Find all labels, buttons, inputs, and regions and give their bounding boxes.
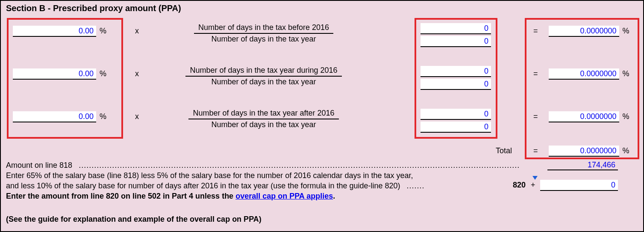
row-1-nums [421, 23, 491, 47]
line-818-value: 174,466 [547, 159, 618, 170]
row-1-numerator-input[interactable] [421, 23, 491, 34]
times-sign: x [135, 112, 139, 121]
equals-sign: = [533, 146, 538, 155]
row-1-percent-input[interactable] [13, 26, 96, 37]
row-3-denominator-input[interactable] [421, 122, 491, 133]
final-instruction-suffix: . [333, 192, 335, 200]
row-2-numerator-label: Number of days in the tax year during 20… [185, 66, 341, 77]
percent-sign: % [98, 69, 108, 78]
row-3-numerator-label: Number of days in the tax year after 201… [188, 109, 338, 119]
line-818-row: Amount on line 818 .....................… [6, 160, 519, 170]
row-1-numerator-label: Number of days in the tax before 2016 [194, 23, 333, 34]
times-sign: x [135, 69, 139, 78]
row-2-numerator-input[interactable] [421, 66, 491, 77]
total-result: = % [533, 146, 631, 157]
times-sign: x [135, 27, 139, 35]
row-2-denominator-label: Number of days in the tax year [163, 77, 364, 86]
line-820-number: 820 [513, 181, 526, 190]
row-3-result: = % [533, 111, 631, 122]
overall-cap-link[interactable]: overall cap on PPA applies [235, 192, 333, 200]
equals-sign: = [533, 112, 538, 121]
leader-dots: ........................................… [79, 161, 519, 170]
final-instruction-prefix: Enter the amount from line 820 on line 5… [6, 192, 235, 200]
line-818-label: Amount on line 818 [6, 161, 72, 170]
row-1-fraction: Number of days in the tax before 2016 Nu… [163, 23, 364, 44]
percent-sign: % [621, 69, 631, 78]
percent-sign: % [98, 27, 108, 36]
equals-sign: = [533, 27, 538, 35]
plus-sign: + [531, 181, 535, 189]
line-820-value-wrap [540, 180, 618, 191]
row-1-denominator-label: Number of days in the tax year [163, 34, 364, 44]
row-3-pct: % [13, 111, 108, 122]
row-3-denominator-label: Number of days in the tax year [163, 119, 364, 129]
percent-sign: % [621, 27, 631, 36]
row-1-result: = % [533, 26, 631, 37]
row-3-fraction: Number of days in the tax year after 201… [163, 109, 364, 129]
highlight-result-inputs [525, 18, 639, 159]
row-2-percent-input[interactable] [13, 68, 96, 80]
row-3-percent-input[interactable] [13, 111, 96, 122]
row-1-times: x [135, 27, 139, 36]
line-820-plus: + [531, 181, 535, 190]
row-2-nums [421, 66, 491, 90]
total-label: Total [496, 146, 512, 155]
row-2-fraction: Number of days in the tax year during 20… [163, 66, 364, 86]
percent-sign: % [621, 146, 631, 155]
row-2-result-input[interactable] [549, 68, 619, 80]
guide-note: (See the guide for explanation and examp… [6, 214, 262, 224]
row-3-nums [421, 109, 491, 133]
percent-sign: % [621, 112, 631, 121]
row-1-denominator-input[interactable] [421, 36, 491, 47]
instruction-line-1: Enter 65% of the salary base (line 818) … [6, 170, 413, 181]
instruction-line-2-wrap: and less 10% of the salary base for numb… [6, 181, 425, 191]
line-820-input[interactable] [540, 180, 618, 191]
section-title: Section B - Prescribed proxy amount (PPA… [6, 3, 638, 13]
dropdown-marker-icon [532, 176, 538, 180]
row-1-result-input[interactable] [549, 26, 619, 37]
row-2-times: x [135, 69, 139, 78]
total-result-input[interactable] [549, 146, 619, 157]
percent-sign: % [98, 112, 108, 121]
row-2-result: = % [533, 68, 631, 80]
line-818-value-wrap: 174,466 [547, 159, 618, 170]
equals-sign: = [533, 69, 538, 78]
row-3-numerator-input[interactable] [421, 109, 491, 120]
section-b-form: Section B - Prescribed proxy amount (PPA… [0, 0, 644, 232]
row-2-pct: % [13, 68, 108, 80]
row-3-times: x [135, 112, 139, 121]
instruction-line-2: and less 10% of the salary base for numb… [6, 181, 400, 190]
leader-dots-820: ....... [407, 181, 425, 190]
row-2-denominator-input[interactable] [421, 79, 491, 90]
final-instruction: Enter the amount from line 820 on line 5… [6, 191, 335, 201]
row-1-pct: % [13, 26, 108, 37]
row-3-result-input[interactable] [549, 111, 619, 122]
